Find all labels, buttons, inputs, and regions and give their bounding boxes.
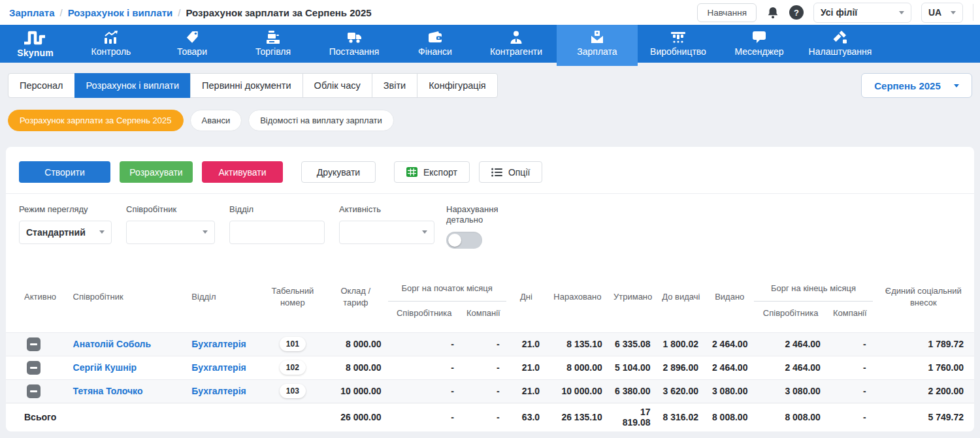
nav-item-label: Зарплата [577,46,617,57]
nav-item-label: Контрагенти [490,46,542,57]
debt-start-company-cell: - [461,379,506,403]
logo-pulse-icon [22,30,48,47]
active-status-icon[interactable] [27,337,41,351]
debt-start-employee-cell: - [388,379,461,403]
language-select[interactable]: UA [921,3,963,23]
to-pay-cell: 2 896.00 [657,356,705,379]
filters-row: Режим перегляду Стандартний Співробітник… [6,194,974,262]
tab-reports[interactable]: Звіти [372,73,417,98]
employee-link[interactable]: Сергій Кушнір [73,362,137,373]
tab-number-cell: 101 [262,332,323,356]
department-input[interactable] [229,221,325,244]
col-header-days: Дні [506,262,546,332]
accrued-cell: 8 000.00 [546,356,609,379]
nav-item-finance[interactable]: Фінанси [395,25,476,63]
activity-filter: Активність [339,204,434,244]
department-filter-label: Відділ [229,204,325,215]
social-tax-cell: 2 200.00 [873,379,974,403]
actions-row: Створити Розрахувати Активувати Друкуват… [6,147,974,194]
activate-button[interactable]: Активувати [202,161,283,183]
col-header-employee: Співробітник [68,262,186,332]
employee-link[interactable]: Тетяна Толочко [73,386,143,396]
nav-item-messenger[interactable]: Месенджер [719,25,800,63]
chart-icon [104,31,118,44]
paid-cell: 2 464.00 [705,356,754,379]
period-select-value: Серпень 2025 [874,80,941,91]
nav-item-supply[interactable]: Постачання [314,25,395,63]
nav-item-contractors[interactable]: Контрагенти [476,25,557,63]
accrual-detail-filter: Нарахування детально [446,204,509,249]
tools-icon [833,31,847,44]
col-header-paid: Видано [705,262,754,332]
total-days: 63.0 [506,403,546,431]
withheld-cell: 5 104.00 [609,356,657,379]
col-header-withheld: Утримано [609,262,657,332]
pill-salary-calculation[interactable]: Розрахунок зарплати за Серпень 2025 [8,110,184,131]
department-link[interactable]: Бухгалтерія [191,386,246,396]
withheld-cell: 6 380.00 [609,379,657,403]
nav-item-salary[interactable]: Зарплата [557,25,638,63]
to-pay-cell: 1 800.02 [657,332,705,356]
view-mode-select-value: Стандартний [26,227,86,238]
tab-primary-documents[interactable]: Первинні документи [190,73,303,98]
employee-link[interactable]: Анатолій Соболь [73,339,152,349]
total-paid: 8 008.00 [705,403,754,431]
nav-item-settings[interactable]: Налаштування [800,25,881,63]
skynum-logo[interactable]: Skynum [0,25,71,63]
employee-filter-label: Співробітник [126,204,215,215]
print-button[interactable]: Друкувати [301,161,376,183]
tab-calculation-and-payments[interactable]: Розрахунок і виплати [74,73,191,98]
language-select-value: UA [928,7,941,18]
tab-configuration[interactable]: Конфігурація [417,73,498,98]
period-select[interactable]: Серпень 2025 [861,73,972,98]
breadcrumb-link-salary[interactable]: Зарплата [9,7,55,18]
tab-personnel[interactable]: Персонал [8,73,75,98]
department-cell: Бухгалтерія [185,332,261,356]
employee-cell: Анатолій Соболь [68,332,186,356]
days-cell: 21.0 [506,356,546,379]
nav-item-label: Контроль [91,46,131,57]
table-row: Сергій Кушнір Бухгалтерія 102 8 000.00 -… [6,356,974,379]
department-link[interactable]: Бухгалтерія [191,362,246,373]
export-button[interactable]: Експорт [394,161,470,183]
nav-item-control[interactable]: Контроль [71,25,152,63]
activity-select[interactable] [339,221,434,244]
accrued-cell: 8 135.10 [546,332,609,356]
nav-item-trade[interactable]: Торгівля [233,25,314,63]
pill-advances[interactable]: Аванси [190,110,242,131]
branch-select[interactable]: Усі філії [813,3,911,23]
accrual-detail-toggle[interactable] [446,232,482,249]
options-button-label: Опції [508,167,531,178]
wallet-icon [428,31,442,44]
help-icon[interactable]: ? [789,5,804,20]
nav-item-production[interactable]: Виробництво [638,25,719,63]
department-link[interactable]: Бухгалтерія [191,339,246,349]
create-button[interactable]: Створити [19,161,110,183]
calculate-button[interactable]: Розрахувати [120,161,193,183]
training-button[interactable]: Навчання [697,3,757,22]
active-cell [6,379,68,403]
total-social-tax: 5 749.72 [873,403,974,431]
breadcrumb-link-calculation[interactable]: Розрахунок і виплати [68,7,173,18]
sub-header-debt-start-company: Компанії [461,301,506,332]
nav-item-label: Налаштування [809,46,872,57]
bell-icon[interactable] [766,6,779,20]
salary-cell: 10 000.00 [323,379,388,403]
main-panel: Створити Розрахувати Активувати Друкуват… [6,147,974,431]
col-header-department: Відділ [185,262,261,332]
nav-item-goods[interactable]: Товари [152,25,233,63]
col-header-to-pay: До видачі [657,262,705,332]
pill-payment-statements[interactable]: Відомості на виплату зарплати [248,110,394,131]
export-table-icon [406,167,417,177]
nav-item-label: Виробництво [650,46,706,57]
options-button[interactable]: Опції [479,161,543,183]
tab-time-tracking[interactable]: Облік часу [302,73,372,98]
nav-item-label: Месенджер [734,46,783,57]
topbar-right: Навчання ? Усі філії UA [697,3,973,23]
active-status-icon[interactable] [27,384,41,398]
employee-select[interactable] [126,221,215,244]
active-status-icon[interactable] [27,361,41,375]
nav-item-label: Постачання [329,46,380,57]
view-mode-select[interactable]: Стандартний [19,221,112,244]
total-debt-end-employee: 8 008.00 [754,403,826,431]
